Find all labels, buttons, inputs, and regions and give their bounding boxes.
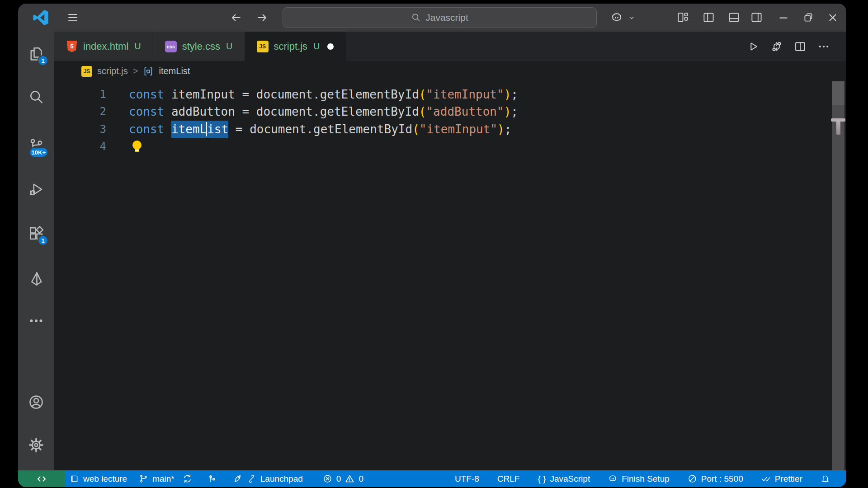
copilot-icon[interactable]	[609, 11, 624, 24]
search-icon	[28, 89, 44, 105]
toggle-sidebar-button[interactable]	[703, 11, 715, 23]
workbench-body: 110K+1 5index.htmlUcssstyle.cssUJSscript…	[18, 32, 846, 470]
activity-item-settings[interactable]	[25, 435, 47, 455]
token: )	[504, 88, 511, 101]
customize-layout-button[interactable]	[677, 11, 689, 23]
search-text: Javascript	[425, 12, 468, 23]
command-center-search[interactable]: Javascript	[283, 7, 597, 28]
sync-icon	[183, 474, 192, 483]
status-text: CRLF	[497, 474, 520, 484]
restore-button[interactable]	[802, 12, 814, 23]
status-text: main*	[152, 474, 175, 484]
token: (	[419, 105, 426, 118]
book-icon	[70, 474, 79, 483]
toggle-panel-button[interactable]	[728, 11, 740, 23]
status-language-mode[interactable]: { }JavaScript	[538, 470, 590, 487]
token: const	[129, 105, 164, 118]
activity-item-extensions[interactable]: 1	[25, 224, 47, 244]
status-workspace[interactable]: web lecture	[70, 470, 127, 487]
editor-actions	[747, 32, 846, 61]
graph-icon	[208, 474, 217, 483]
editor-column: 5index.htmlUcssstyle.cssUJSscript.jsU JS…	[54, 32, 846, 470]
code-line-1[interactable]: 1const itemInput = document.getElementBy…	[54, 85, 846, 103]
menu-icon[interactable]	[66, 12, 80, 23]
code-line-2[interactable]: 2const addButton = document.getElementBy…	[54, 103, 846, 121]
open-changes-button[interactable]	[770, 40, 783, 53]
chevron-down-icon[interactable]	[627, 15, 636, 21]
status-git-branch[interactable]: main*	[139, 470, 175, 487]
tab-style-css[interactable]: cssstyle.cssU	[153, 32, 245, 61]
token: (	[419, 88, 426, 101]
activity-item-run-debug[interactable]	[25, 179, 47, 199]
js-file-icon: JS	[257, 41, 269, 52]
lightbulb-icon[interactable]	[132, 141, 142, 152]
status-sync[interactable]	[183, 470, 192, 487]
minimize-button[interactable]	[778, 12, 789, 23]
forward-button[interactable]	[256, 12, 269, 23]
token: "itemInput"	[420, 122, 497, 136]
token: const	[129, 88, 164, 101]
screen-frame: Javascript 110K+1 5index.htmlUcssstyle.c…	[0, 0, 868, 488]
status-remote-indicator[interactable]	[18, 470, 65, 487]
breadcrumb-separator: >	[133, 66, 138, 76]
symbol-variable-icon	[143, 66, 154, 77]
code-line-3[interactable]: 3const itemList = document.getElementByI…	[54, 120, 846, 138]
search-icon	[411, 13, 421, 23]
activity-item-more-views[interactable]	[25, 311, 47, 331]
activity-item-account[interactable]	[25, 392, 47, 412]
line-number: 3	[54, 123, 106, 136]
remote-icon	[36, 474, 47, 484]
activity-item-prism-extension[interactable]	[25, 269, 47, 289]
badge: 10K+	[29, 147, 48, 158]
status-encoding[interactable]: UTF-8	[455, 470, 479, 487]
status-scm-graph[interactable]	[208, 470, 217, 487]
status-launchpad[interactable]: Launchpad	[233, 470, 303, 487]
git-status-badge: U	[313, 41, 320, 52]
modified-dot-icon[interactable]	[327, 43, 334, 50]
tab-index-html[interactable]: 5index.htmlU	[54, 32, 153, 61]
tab-label: index.html	[83, 41, 128, 52]
code-text	[129, 141, 142, 152]
badge: 1	[38, 55, 48, 66]
token: "addButton"	[426, 105, 504, 118]
breadcrumb[interactable]: JS script.js > itemList	[54, 61, 846, 81]
breadcrumb-symbol[interactable]: itemList	[159, 66, 190, 76]
status-eol[interactable]: CRLF	[497, 470, 520, 487]
code-line-4[interactable]: 4	[54, 138, 846, 155]
code-editor[interactable]: 1const itemInput = document.getElementBy…	[54, 81, 846, 470]
link-icon	[247, 474, 256, 483]
tab-label: script.js	[274, 41, 308, 52]
line-number: 4	[54, 140, 106, 153]
token: = document.getElementById	[228, 122, 412, 136]
status-prettier[interactable]: Prettier	[761, 470, 802, 487]
token: itemInput	[164, 88, 242, 101]
activity-item-search[interactable]	[25, 87, 47, 107]
more-actions-button[interactable]	[817, 40, 830, 53]
back-button[interactable]	[230, 12, 242, 23]
activity-item-explorer[interactable]: 1	[25, 44, 47, 64]
title-bar: Javascript	[18, 4, 846, 32]
account-icon	[28, 394, 44, 410]
status-text: 0	[359, 474, 363, 484]
status-live-port[interactable]: Port : 5500	[688, 470, 743, 487]
toggle-secondary-sidebar-button[interactable]	[750, 11, 763, 23]
token: ;	[511, 105, 518, 118]
tab-label: style.css	[182, 41, 220, 52]
status-text: JavaScript	[550, 474, 590, 484]
selected-token: ist	[207, 121, 228, 138]
run-file-button[interactable]	[747, 40, 760, 53]
activity-item-source-control[interactable]: 10K+	[25, 136, 47, 155]
ellipsis-icon	[28, 313, 44, 329]
status-notifications[interactable]	[821, 470, 830, 487]
split-editor-button[interactable]	[794, 40, 807, 53]
tab-script-js[interactable]: JSscript.jsU	[245, 32, 346, 61]
css-file-icon: css	[165, 41, 177, 52]
vscode-logo-icon	[33, 9, 49, 26]
status-text: Finish Setup	[622, 474, 670, 484]
status-problems[interactable]: 00	[323, 470, 363, 487]
close-button[interactable]	[827, 12, 839, 23]
breadcrumb-file[interactable]: script.js	[97, 66, 128, 76]
html-file-icon: 5	[66, 41, 78, 52]
status-copilot-setup[interactable]: Finish Setup	[608, 470, 670, 487]
gear-icon	[28, 437, 44, 453]
